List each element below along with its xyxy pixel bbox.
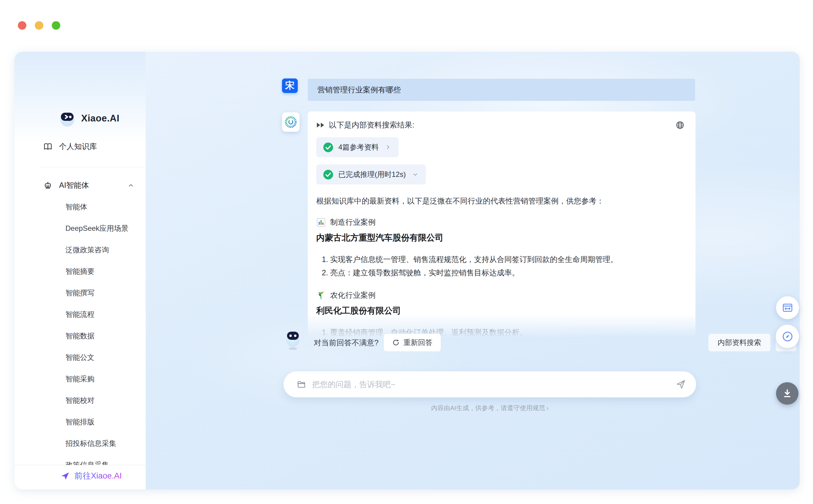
disclaimer-text: 内容由AI生成，供参考，请遵守使用规范 — [431, 404, 545, 411]
internal-search-mode-button[interactable]: 内部资料搜索 — [708, 333, 771, 352]
regenerate-button[interactable]: 重新回答 — [383, 333, 441, 352]
folder-icon[interactable] — [297, 380, 306, 389]
case-point-list: 实现客户信息统一管理、销售流程规范化，支持从合同签订到回款的全生命周期管理。 亮… — [330, 253, 685, 279]
sidebar-item-policy-info[interactable]: 政策信息采集 — [65, 459, 109, 465]
sidebar-item-agents[interactable]: 智能体 — [65, 201, 87, 213]
sidebar-item-smart-data[interactable]: 智能数据 — [65, 330, 95, 342]
section-header: 农化行业案例 — [316, 290, 685, 300]
message-input-placeholder[interactable]: 把您的问题，告诉我吧~ — [312, 379, 675, 390]
assistant-avatar — [282, 112, 300, 132]
reasoning-chip-label: 已完成推理(用时12s) — [338, 170, 406, 179]
xiaoe-mascot-icon — [284, 329, 302, 350]
window-resize-icon — [782, 302, 793, 313]
reference-materials-chip[interactable]: 4篇参考资料 — [316, 137, 399, 157]
chevron-up-icon[interactable] — [128, 182, 134, 189]
globe-icon[interactable] — [675, 121, 685, 130]
regenerate-label: 重新回答 — [403, 338, 433, 347]
compass-icon — [782, 331, 793, 342]
search-mode-label: 内部资料搜索 — [718, 338, 761, 347]
sidebar-item-knowledge-base[interactable]: 个人知识库 — [43, 141, 97, 151]
assistant-response-card: 以下是内部资料搜索结果: 4篇 — [308, 111, 695, 338]
ecology-logo-icon — [284, 116, 297, 128]
sidebar-item-smart-summary[interactable]: 智能摘要 — [65, 265, 95, 277]
user-avatar: 宋 — [282, 78, 298, 93]
window-controls — [18, 21, 60, 30]
reasoning-chip-row: 已完成推理(用时12s) — [316, 157, 685, 184]
refresh-icon — [392, 339, 400, 347]
app-root: Xiaoe.AI 个人知识库 — [0, 0, 813, 504]
open-window-mode-button[interactable] — [776, 296, 799, 319]
sidebar-item-deepseek-scenes[interactable]: DeepSeek应用场景 — [65, 222, 128, 234]
book-icon — [43, 142, 52, 151]
case-section-agrochemical: 农化行业案例 利民化工股份有限公司 覆盖经销商管理、自动化订单处理、返利预测及数… — [316, 290, 685, 338]
message-input-bar[interactable]: 把您的问题，告诉我吧~ — [284, 371, 696, 397]
sidebar-item-policy-consult[interactable]: 泛微政策咨询 — [65, 244, 109, 256]
goto-xiaoe-label: 前往Xiaoe.AI — [75, 470, 122, 481]
fast-forward-icon — [316, 121, 325, 129]
case-point: 亮点：建立领导数据驾驶舱，实时监控销售目标达成率。 — [330, 266, 685, 279]
sidebar-item-smart-procurement[interactable]: 智能采购 — [65, 373, 95, 385]
chevron-right-icon: › — [546, 404, 549, 412]
robot-icon — [43, 181, 52, 190]
reference-chip-label: 4篇参考资料 — [338, 142, 379, 152]
check-circle-icon — [323, 142, 333, 153]
close-window-button[interactable] — [18, 21, 26, 30]
chat-area: 宋 营销管理行业案例有哪些 — [146, 52, 800, 489]
send-button-icon[interactable] — [675, 379, 686, 390]
user-message-text: 营销管理行业案例有哪些 — [317, 85, 401, 95]
reference-chip-row: 4篇参考资料 — [316, 130, 685, 157]
sidebar-item-smart-proofread[interactable]: 智能校对 — [65, 394, 95, 406]
sidebar-item-smart-document[interactable]: 智能公文 — [65, 351, 95, 363]
company-name: 利民化工股份有限公司 — [316, 305, 685, 317]
section-header: 制造行业案例 — [316, 217, 685, 227]
sidebar-footer-divider — [15, 465, 146, 465]
section-title: 农化行业案例 — [330, 290, 376, 300]
download-button[interactable] — [776, 382, 798, 405]
reasoning-done-chip[interactable]: 已完成推理(用时12s) — [316, 164, 426, 184]
sidebar-section-ai-agents[interactable]: AI智能体 — [43, 180, 134, 190]
chevron-right-icon — [385, 144, 391, 150]
case-point: 实现客户信息统一管理、销售流程规范化，支持从合同签订到回款的全生命周期管理。 — [330, 253, 685, 266]
search-header-text: 以下是内部资料搜索结果: — [329, 120, 675, 130]
sidebar-section-label: AI智能体 — [59, 180, 89, 190]
chevron-down-icon — [413, 172, 418, 177]
sidebar-item-smart-layout[interactable]: 智能排版 — [65, 416, 95, 428]
sidebar-submenu: 智能体 DeepSeek应用场景 泛微政策咨询 智能摘要 智能撰写 智能流程 智… — [65, 200, 141, 465]
brand-name: Xiaoe.AI — [81, 113, 119, 124]
company-name: 内蒙古北方重型汽车股份有限公司 — [316, 232, 685, 244]
sidebar-item-bid-info[interactable]: 招投标信息采集 — [65, 437, 116, 449]
minimize-window-button[interactable] — [35, 21, 43, 30]
user-message-bubble: 营销管理行业案例有哪些 — [308, 79, 695, 101]
brand: Xiaoe.AI — [58, 109, 119, 128]
search-result-header: 以下是内部资料搜索结果: — [316, 120, 685, 130]
sidebar-item-smart-writing[interactable]: 智能撰写 — [65, 287, 95, 299]
sidebar-item-label: 个人知识库 — [59, 141, 97, 151]
goto-xiaoe-link[interactable]: 前往Xiaoe.AI — [61, 470, 122, 481]
feedback-question: 对当前回答不满意? — [314, 338, 379, 348]
xiaoe-robot-logo-icon — [58, 109, 77, 128]
assistant-intro-text: 根据知识库中的最新资料，以下是泛微在不同行业的代表性营销管理案例，供您参考： — [316, 195, 685, 206]
section-title: 制造行业案例 — [330, 217, 376, 227]
sidebar-item-smart-process[interactable]: 智能流程 — [65, 308, 95, 320]
ai-disclaimer[interactable]: 内容由AI生成，供参考，请遵守使用规范› — [284, 404, 696, 412]
explore-button[interactable] — [776, 325, 799, 348]
check-circle-icon — [323, 169, 333, 180]
case-section-manufacturing: 制造行业案例 内蒙古北方重型汽车股份有限公司 实现客户信息统一管理、销售流程规范… — [316, 217, 685, 279]
maximize-window-button[interactable] — [52, 21, 60, 30]
sidebar-divider — [39, 167, 143, 167]
send-plane-icon — [61, 471, 70, 480]
bar-chart-icon — [316, 217, 326, 227]
feedback-toolbar: 对当前回答不满意? 重新回答 内部资料搜索 ⇄ — [284, 333, 800, 352]
wheat-icon — [316, 290, 326, 300]
download-icon — [781, 388, 793, 399]
app-window: Xiaoe.AI 个人知识库 — [15, 52, 800, 489]
